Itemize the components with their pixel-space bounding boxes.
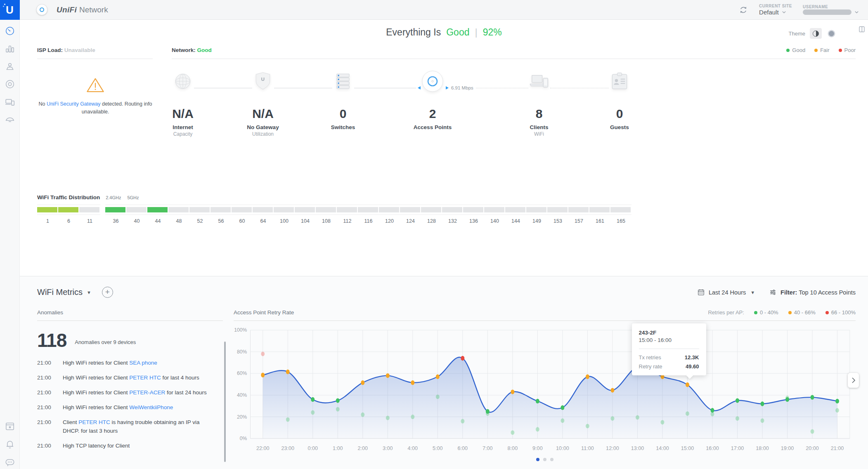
anomalies-scrollbar[interactable]: [224, 342, 226, 462]
sidebar-item-insights[interactable]: [4, 114, 16, 125]
usg-link[interactable]: UniFi Security Gateway: [47, 101, 101, 107]
client-link[interactable]: SEA phone: [129, 360, 157, 366]
devices-icon: [5, 79, 15, 90]
client-link[interactable]: PETER-ACER: [129, 389, 165, 396]
wifi-metrics-header: WiFi Metrics ▼ + Last 24 Hours ▼ Filter:…: [20, 276, 868, 298]
channel-cell-52: [189, 207, 210, 212]
sidebar-item-chat[interactable]: [4, 457, 16, 468]
channel-label: 120: [379, 218, 400, 224]
pager-dot-3[interactable]: [550, 458, 553, 461]
channel-label: 108: [316, 218, 337, 224]
add-metric-button[interactable]: +: [102, 287, 113, 298]
channel-band-5GHz: 3640444852566064100104108112116120124128…: [105, 205, 631, 224]
stat-label: No Gateway: [232, 124, 294, 130]
sidebar-item-statistics[interactable]: [4, 43, 16, 54]
stat-label: Internet: [152, 124, 214, 130]
legend-item: 0 - 40%: [754, 309, 778, 316]
sidebar-item-dashboard[interactable]: [4, 25, 16, 37]
stat-sublabel: WiFi: [508, 131, 570, 137]
side-panel-toggle-icon[interactable]: [858, 25, 866, 33]
time-range-caret: ▼: [750, 290, 755, 295]
svg-text:23:00: 23:00: [281, 445, 294, 451]
channel-label: 116: [358, 218, 379, 224]
chart-header: Access Point Retry Rate Retries per AP: …: [234, 309, 856, 321]
user-menu[interactable]: USERNAME: [803, 5, 859, 15]
network-label: Network:: [172, 47, 196, 53]
stat-switches: 0 Switches: [312, 61, 374, 131]
svg-text:20%: 20%: [237, 414, 247, 420]
chart-tooltip: 243-2F 15:00 - 16:00 Tx retries12.3KRetr…: [632, 323, 706, 375]
brand-unifi: UniFi: [57, 5, 77, 14]
metrics-controls: Last 24 Hours ▼ Filter: Top 10 Access Po…: [697, 288, 856, 296]
site-selector[interactable]: CURRENT SITE Default: [759, 4, 792, 16]
sidebar-nav-top: [4, 20, 16, 125]
channel-cell-112: [337, 207, 357, 212]
sidebar-item-devices[interactable]: [4, 78, 16, 90]
time-range-value: Last 24 Hours: [709, 289, 746, 296]
channel-cell-124: [400, 207, 420, 212]
channel-label: 112: [337, 218, 358, 224]
refresh-icon[interactable]: [738, 5, 748, 15]
svg-text:15:00: 15:00: [681, 445, 694, 451]
client-link[interactable]: PETER HTC: [78, 419, 110, 425]
stat-internet: N/A Internet Capacity: [152, 61, 214, 137]
channel-cell-120: [379, 207, 399, 212]
client-link[interactable]: WeiWentkiiPhone: [129, 404, 173, 410]
channel-cell-108: [316, 207, 336, 212]
channel-label: 153: [547, 218, 568, 224]
metrics-dropdown-caret[interactable]: ▼: [87, 290, 91, 295]
ubiquiti-logo[interactable]: U: [0, 0, 20, 20]
brand-network: Network: [79, 5, 108, 14]
svg-text:80%: 80%: [237, 349, 247, 355]
channel-label: 161: [589, 218, 610, 224]
svg-text:18:00: 18:00: [756, 445, 769, 451]
gateway-warning: No UniFi Security Gateway detected. Rout…: [37, 76, 154, 116]
theme-light-toggle[interactable]: [810, 28, 822, 39]
svg-text:40%: 40%: [237, 392, 247, 398]
topology-row: No UniFi Security Gateway detected. Rout…: [37, 61, 856, 184]
channel-label: 104: [295, 218, 316, 224]
channel-label: 6: [58, 218, 79, 224]
status-state: Good: [446, 27, 469, 38]
anomaly-text: High WiFi retries for Client PETER HTC f…: [63, 374, 211, 382]
legend-item: 66 - 100%: [825, 309, 856, 316]
calendar-icon: [697, 288, 705, 296]
legend-item: Poor: [839, 47, 856, 53]
stat-access-points: 2 Access Points: [402, 61, 464, 131]
chart-next-button[interactable]: [848, 373, 859, 388]
sidebar-item-map[interactable]: [4, 61, 16, 72]
channel-cell-149: [526, 207, 546, 212]
sidebar-item-events[interactable]: [4, 420, 16, 432]
channel-label: 140: [484, 218, 505, 224]
wifi-metrics-section: WiFi Metrics ▼ + Last 24 Hours ▼ Filter:…: [20, 276, 868, 469]
channel-cell-1: [37, 207, 57, 212]
pager-dot-2[interactable]: [543, 458, 546, 461]
globe-icon: [152, 61, 214, 101]
sidebar-item-clients[interactable]: [4, 96, 16, 108]
anomaly-rows: 21:00High WiFi retries for Client SEA ph…: [37, 359, 223, 450]
theme-dark-toggle[interactable]: [825, 28, 837, 39]
dashboard-content: Everything Is Good | 92% Theme ISP Load:…: [20, 20, 868, 266]
clients-devices-icon: [508, 61, 570, 101]
channel-label: 36: [105, 218, 126, 224]
stat-sublabel: Utilization: [232, 131, 294, 137]
svg-text:U: U: [261, 77, 265, 82]
pager-dot-1[interactable]: [536, 458, 539, 461]
isp-load-value: Unavailable: [64, 47, 95, 53]
filter-control[interactable]: Filter: Top 10 Access Points: [769, 288, 856, 296]
client-link[interactable]: PETER HTC: [129, 375, 161, 381]
tooltip-row: Tx retries12.3K: [639, 354, 699, 361]
anomalies-title: Anomalies: [37, 309, 223, 321]
sidebar-item-alerts[interactable]: [4, 438, 16, 450]
status-row: Everything Is Good | 92% Theme: [20, 20, 868, 45]
topbar-right: CURRENT SITE Default USERNAME: [738, 4, 859, 16]
metrics-body: Anomalies 118 Anomalies over 9 devices 2…: [20, 298, 868, 469]
anomalies-summary: Anomalies over 9 devices: [75, 339, 136, 345]
channel-label: 44: [147, 218, 168, 224]
time-range-selector[interactable]: Last 24 Hours ▼: [697, 288, 755, 296]
svg-text:14:00: 14:00: [656, 445, 669, 451]
anomalies-panel: Anomalies 118 Anomalies over 9 devices 2…: [37, 309, 223, 469]
channel-cell-165: [610, 207, 631, 212]
stat-value: 8: [508, 107, 570, 121]
svg-text:0:00: 0:00: [307, 445, 318, 451]
